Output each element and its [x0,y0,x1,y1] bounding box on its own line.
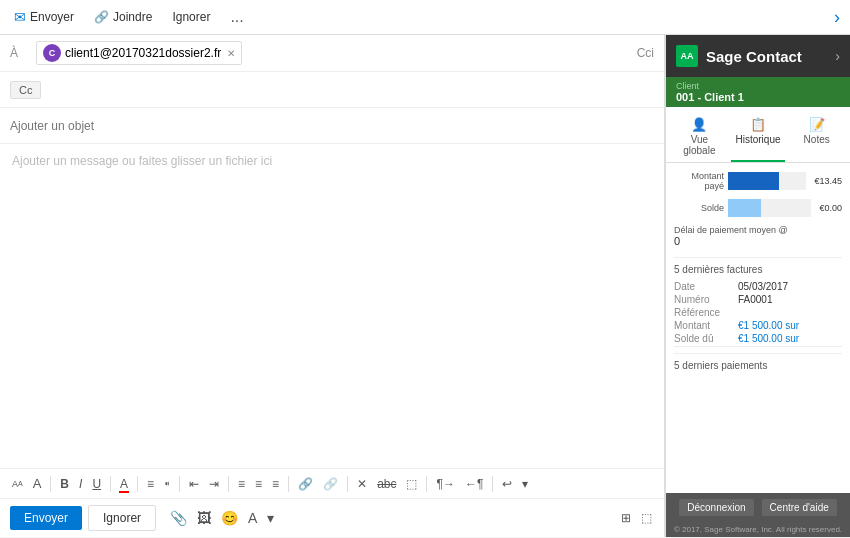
sage-tabs: 👤 Vue globale 📋 Historique 📝 Notes [666,107,850,163]
expand-compose-icon[interactable]: ⊞ [619,509,633,527]
tab-historique[interactable]: 📋 Historique [731,113,786,162]
emoji-icon[interactable]: 😊 [219,508,240,528]
sage-title: Sage Contact [706,48,802,65]
chart-bar-outer-1 [728,172,806,190]
fmt-indent-dec[interactable]: ⇤ [185,474,203,494]
action-toolbar: Envoyer Ignorer 📎 🖼 😊 A ▾ ⊞ ⬚ [0,499,664,537]
fmt-sep-2 [110,476,111,492]
chart-bar-label-1: Montant payé [674,171,724,191]
invoice-key-solde: Solde dû [674,333,734,344]
chart-bar-outer-2 [728,199,811,217]
invoice-val-date: 05/03/2017 [738,281,788,292]
chart-delay-value: 0 [674,235,680,247]
fmt-align-right[interactable]: ≡ [268,474,283,494]
font-icon[interactable]: A [246,508,259,528]
client-name: 001 - Client 1 [676,91,840,103]
send-button[interactable]: Envoyer [10,506,82,530]
sage-content: Montant payé €13.45 Solde €0.00 Délai de… [666,163,850,493]
fmt-bullets[interactable]: ≡ [143,474,158,494]
close-compose-icon[interactable]: ⬚ [639,509,654,527]
invoice-key-numero: Numéro [674,294,734,305]
fmt-ltr[interactable]: ¶→ [432,474,458,494]
chart-bar-row-1: Montant payé €13.45 [674,171,842,191]
fmt-strikethrough[interactable]: abc [373,474,400,494]
cc-field-row: Cc [0,72,664,108]
fmt-color[interactable]: A [116,474,132,494]
fmt-rtl[interactable]: ←¶ [461,474,487,494]
fmt-italic[interactable]: I [75,474,86,494]
join-icon: 🔗 [94,10,109,24]
send-toolbar-label: Envoyer [30,10,74,24]
to-label: À [10,46,30,60]
bcc-label[interactable]: Cci [637,46,654,60]
tab-vue-globale-label: Vue globale [674,134,725,156]
fmt-sep-1 [50,476,51,492]
sage-close-icon[interactable]: › [835,48,840,64]
sage-footer: Déconnexion Centre d'aide [666,493,850,522]
subject-field-row [0,108,664,144]
subject-input[interactable] [10,119,654,133]
invoice-row-montant: Montant €1 500.00 sur [674,320,842,331]
invoices-section-title: 5 dernières factures [674,257,842,275]
join-toolbar-label: Joindre [113,10,152,24]
message-area[interactable]: Ajouter un message ou faites glisser un … [0,144,664,468]
sage-logo-text: AA [681,51,694,61]
cc-button[interactable]: Cc [10,81,41,99]
deconnexion-button[interactable]: Déconnexion [679,499,753,516]
chart-delay-label: Délai de paiement moyen @ [674,225,788,235]
chart-area: Montant payé €13.45 Solde €0.00 Délai de… [674,171,842,247]
fmt-sep-8 [426,476,427,492]
sage-header: AA Sage Contact › [666,35,850,77]
aide-button[interactable]: Centre d'aide [762,499,837,516]
invoice-row-date: Date 05/03/2017 [674,281,842,292]
fmt-numbered[interactable]: ⁌ [160,474,174,494]
nav-chevron-right[interactable]: › [834,7,840,28]
message-placeholder: Ajouter un message ou faites glisser un … [12,154,272,168]
fmt-font-size[interactable]: A [29,473,46,494]
main-layout: À C client1@20170321dossier2.fr ✕ Cci Cc… [0,35,850,537]
ignore-button[interactable]: Ignorer [88,505,156,531]
more-toolbar-btn[interactable]: ... [226,6,247,28]
fmt-sep-4 [179,476,180,492]
invoice-key-montant: Montant [674,320,734,331]
tab-notes[interactable]: 📝 Notes [789,113,844,162]
fmt-underline[interactable]: U [88,474,105,494]
fmt-expand[interactable]: ▾ [518,474,532,494]
font-expand-icon[interactable]: ▾ [265,508,276,528]
action-right: ⊞ ⬚ [619,509,654,527]
fmt-unlink[interactable]: 🔗 [319,474,342,494]
tab-notes-label: Notes [804,134,830,145]
attachment-icon[interactable]: 📎 [168,508,189,528]
sage-logo: AA [676,45,698,67]
image-icon[interactable]: 🖼 [195,508,213,528]
send-toolbar-btn[interactable]: ✉ Envoyer [10,7,78,27]
fmt-more1[interactable]: ⬚ [402,474,421,494]
client-bar: Client 001 - Client 1 [666,77,850,107]
ignore-toolbar-btn[interactable]: Ignorer [168,8,214,26]
recipient-email: client1@20170321dossier2.fr [65,46,221,60]
fmt-indent-inc[interactable]: ⇥ [205,474,223,494]
tab-vue-globale[interactable]: 👤 Vue globale [672,113,727,162]
fmt-link[interactable]: 🔗 [294,474,317,494]
top-toolbar: ✉ Envoyer 🔗 Joindre Ignorer ... › [0,0,850,35]
fmt-bold[interactable]: B [56,474,73,494]
fmt-font-size-small[interactable]: AA [8,476,27,492]
chip-close-btn[interactable]: ✕ [227,48,235,59]
vue-globale-icon: 👤 [691,117,707,132]
fmt-align-left[interactable]: ≡ [234,474,249,494]
sage-footer-wrapper: Déconnexion Centre d'aide © 2017, Sage S… [666,493,850,537]
chart-bar-row-2: Solde €0.00 [674,199,842,217]
client-label: Client [676,81,840,91]
fmt-sep-6 [288,476,289,492]
invoice-key-date: Date [674,281,734,292]
chart-bar-value-1: €13.45 [814,176,842,186]
recipient-chip: C client1@20170321dossier2.fr ✕ [36,41,242,65]
fmt-clear[interactable]: ✕ [353,474,371,494]
fmt-sep-3 [137,476,138,492]
fmt-undo[interactable]: ↩ [498,474,516,494]
join-toolbar-btn[interactable]: 🔗 Joindre [90,8,156,26]
fmt-align-center[interactable]: ≡ [251,474,266,494]
sage-copyright: © 2017, Sage Software, Inc. All rights r… [666,522,850,537]
format-toolbar: AA A B I U A ≡ ⁌ ⇤ ⇥ ≡ ≡ ≡ 🔗 🔗 ✕ abc ⬚ [0,468,664,499]
invoice-row-reference: Référence [674,307,842,318]
